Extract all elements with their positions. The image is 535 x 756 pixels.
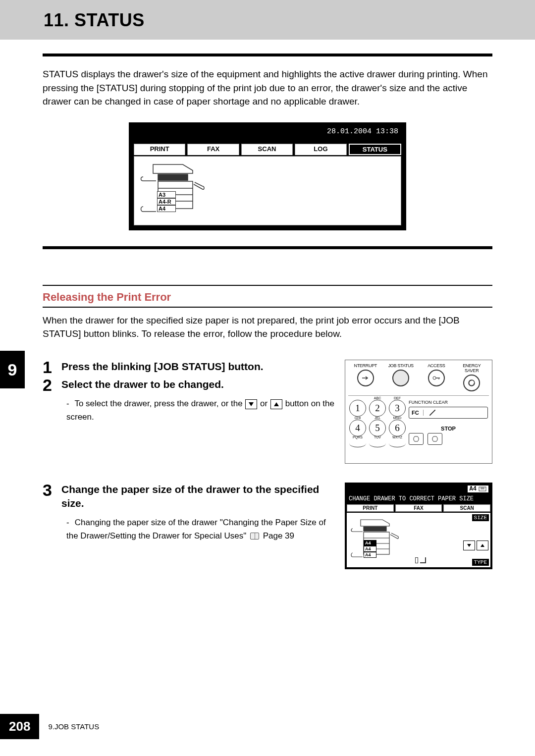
drawer-labels: A4 A4 A4 (364, 540, 376, 558)
svg-marker-12 (432, 436, 437, 441)
drawer-a4[interactable]: A4 (364, 546, 376, 552)
key-7[interactable]: PQRS (349, 439, 366, 447)
function-clear-button[interactable]: FC (409, 407, 488, 419)
svg-rect-0 (158, 174, 188, 180)
status-screenshot: 28.01.2004 13:38 PRINT FAX SCAN LOG STAT… (129, 122, 406, 230)
up-arrow-icon[interactable] (270, 399, 282, 409)
step-heading: Press the blinking [JOB STATUS] button. (61, 360, 336, 374)
tab-log[interactable]: LOG (295, 144, 346, 155)
svg-rect-18 (364, 527, 386, 531)
step-heading: Change the paper size of the drawer to t… (61, 483, 336, 511)
svg-marker-17 (481, 544, 484, 547)
step-3: 3 Change the paper size of the drawer to… (43, 483, 336, 542)
divider (43, 54, 492, 56)
change-drawer-screenshot: A4 CHANGE DRAWER TO CORRECT PAPER SIZE P… (345, 483, 492, 569)
divider (43, 285, 492, 286)
stop-button-2[interactable] (428, 433, 442, 445)
svg-marker-5 (249, 402, 254, 406)
screenshot-tabs: PRINT FAX SCAN LOG STATUS (134, 144, 401, 155)
book-icon (250, 533, 259, 540)
paper-size-indicator: A4 (468, 486, 488, 492)
key-6[interactable]: MNO6 (389, 420, 406, 436)
drawer-a4-selected[interactable]: A4 (364, 540, 376, 546)
key-8[interactable]: TUV (369, 439, 386, 447)
step-body: - To select the drawer, press the drawer… (61, 397, 336, 424)
drawer-a4[interactable]: A4 (157, 205, 176, 212)
divider (348, 395, 489, 396)
step-heading: Select the drawer to be changed. (61, 378, 336, 391)
intro-paragraph: STATUS displays the drawer's size of the… (43, 67, 492, 108)
key-9[interactable]: WXYZ (389, 439, 406, 447)
step-number: 1 (43, 358, 52, 377)
chapter-tab: 9 (0, 351, 25, 388)
step-1: 1 Press the blinking [JOB STATUS] button… (43, 360, 336, 374)
energy-saver-button[interactable] (463, 375, 480, 391)
page-footer: 208 9.JOB STATUS (0, 714, 99, 739)
tab-scan[interactable]: SCAN (241, 144, 293, 155)
svg-point-10 (469, 380, 475, 386)
svg-point-7 (433, 377, 436, 379)
drawer-a3[interactable]: A3 (157, 191, 176, 198)
stop-button-1[interactable] (409, 433, 424, 445)
function-clear-label: FUNCTION CLEAR (409, 400, 488, 405)
page-number: 208 (0, 714, 39, 739)
access-button[interactable] (428, 370, 445, 386)
tab-print[interactable]: PRINT (347, 504, 394, 512)
size-button[interactable]: SIZE (472, 514, 489, 521)
job-status-button[interactable] (392, 370, 409, 386)
error-message: CHANGE DRAWER TO CORRECT PAPER SIZE (347, 495, 490, 504)
interrupt-label: NTERRUPT (349, 363, 382, 368)
tab-fax[interactable]: FAX (187, 144, 239, 155)
key-3[interactable]: DEF3 (389, 400, 406, 417)
energy-saver-label: ENERGY SAVER (456, 363, 488, 373)
numeric-keypad: 1 ABC2 DEF3 GHI4 JKL5 MNO6 PQRS TUV WXYZ (349, 400, 406, 447)
key-1[interactable]: 1 (349, 400, 366, 417)
step-2: 2 Select the drawer to be changed. - To … (43, 378, 336, 424)
key-2[interactable]: ABC2 (369, 400, 386, 417)
divider (43, 246, 492, 249)
svg-marker-6 (274, 402, 279, 406)
key-5[interactable]: JKL5 (369, 420, 386, 436)
down-arrow-icon[interactable] (245, 399, 257, 409)
section-intro: When the drawer for the specified size p… (43, 314, 492, 341)
tab-scan[interactable]: SCAN (443, 504, 490, 512)
drawer-labels: A3 A4-R A4 (157, 191, 176, 212)
indicator-icons (415, 557, 426, 563)
screenshot-timestamp: 28.01.2004 13:38 (134, 127, 401, 144)
stop-label: STOP (409, 426, 488, 432)
drawer-a4[interactable]: A4 (364, 552, 376, 558)
divider (43, 307, 492, 308)
section-heading: Releasing the Print Error (43, 291, 492, 304)
job-status-label: JOB STATUS (385, 363, 418, 368)
svg-marker-11 (414, 436, 419, 441)
control-panel-illustration: NTERRUPT JOB STATUS ACCESS (345, 360, 492, 464)
drawer-a4r[interactable]: A4-R (157, 198, 176, 205)
tab-fax[interactable]: FAX (395, 504, 442, 512)
footer-text: 9.JOB STATUS (48, 722, 99, 731)
step-number: 2 (43, 376, 52, 395)
interrupt-button[interactable] (357, 370, 374, 386)
tab-print[interactable]: PRINT (134, 144, 185, 155)
tab-status[interactable]: STATUS (349, 144, 401, 155)
step-body: - Changing the paper size of the drawer … (61, 516, 336, 542)
page-title-block: 11. STATUS (0, 0, 535, 40)
page-title: 11. STATUS (44, 10, 535, 31)
type-button[interactable]: TYPE (472, 559, 489, 566)
access-label: ACCESS (420, 363, 453, 368)
screenshot-body: A3 A4-R A4 (134, 156, 401, 225)
down-arrow-button[interactable] (463, 540, 475, 550)
key-4[interactable]: GHI4 (349, 420, 366, 436)
step-number: 3 (43, 481, 52, 500)
printer-icon (138, 160, 217, 216)
svg-marker-16 (467, 544, 471, 547)
slash-icon (429, 409, 435, 416)
up-arrow-button[interactable] (477, 540, 488, 550)
printer-icon (349, 516, 408, 563)
